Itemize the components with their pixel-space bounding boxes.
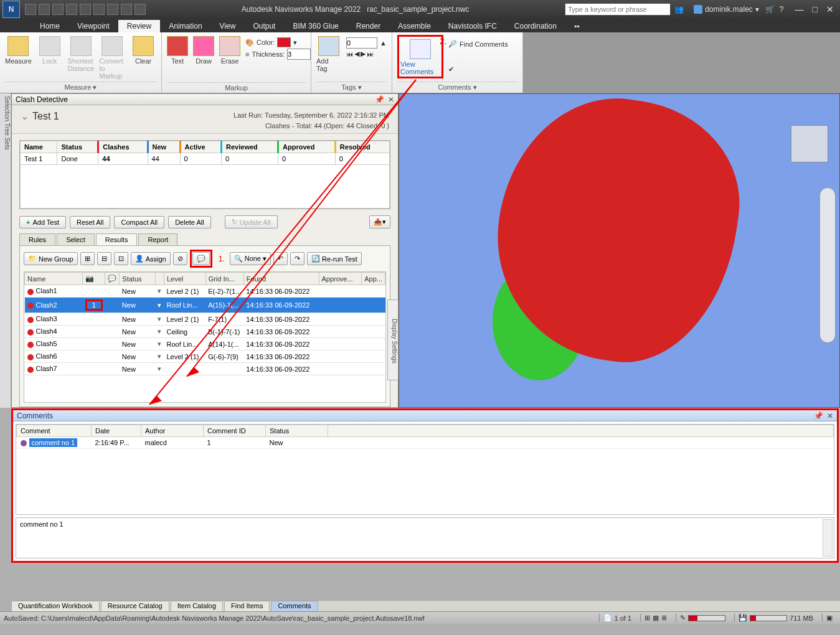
clash-row[interactable]: Clash5New▾Roof Lin...A(14)-1(...14:16:33… xyxy=(25,338,385,350)
text-button[interactable]: Text xyxy=(167,35,188,65)
convert-markup-button[interactable]: Convert to Markup xyxy=(99,35,125,80)
tab-navistools[interactable]: Navistools IFC xyxy=(440,20,506,32)
chevron-down-icon[interactable]: ⌄ xyxy=(21,110,29,122)
qat-new-icon[interactable] xyxy=(25,4,36,15)
help-icon[interactable]: ? xyxy=(780,5,784,14)
group-icon-3[interactable]: ⊡ xyxy=(114,252,128,265)
viewcube[interactable] xyxy=(791,125,828,162)
bottom-tab-resource[interactable]: Resource Catalog xyxy=(101,601,169,611)
3d-viewport[interactable] xyxy=(399,93,840,408)
comment-detail[interactable]: comment no 1 xyxy=(16,517,834,558)
qat-print-icon[interactable] xyxy=(66,4,77,15)
tab-viewpoint[interactable]: Viewpoint xyxy=(68,20,118,32)
reset-all-button[interactable]: Reset All xyxy=(70,216,110,228)
comments-table[interactable]: Comment Date Author Comment ID Status co… xyxy=(16,424,834,515)
status-layers-icon[interactable]: ≣ xyxy=(661,614,667,622)
group-icon-2[interactable]: ⊟ xyxy=(97,252,111,265)
qat-select-icon[interactable] xyxy=(121,4,132,15)
erase-button[interactable]: Erase xyxy=(219,35,240,65)
status-grid-icon[interactable]: ⊞ xyxy=(644,614,650,622)
comments-pin-icon[interactable]: 📌 xyxy=(814,412,823,420)
tab-render[interactable]: Render xyxy=(347,20,389,32)
unassign-icon[interactable]: ⊘ xyxy=(173,252,187,265)
spellcheck-icon[interactable]: ✔ xyxy=(448,65,454,73)
tab-review[interactable]: Review xyxy=(118,20,160,32)
redo-filter-icon[interactable]: ↷ xyxy=(290,252,304,265)
infocenter-icon[interactable]: 👥 xyxy=(674,5,684,14)
tab-overflow-icon[interactable]: ▪▪ xyxy=(565,20,588,32)
comments-close-icon[interactable]: ✕ xyxy=(827,412,833,420)
clash-row[interactable]: Clash1New▾Level 2 (1)E(-2)-7(1...14:16:3… xyxy=(25,285,385,298)
bottom-tab-find[interactable]: Find Items xyxy=(224,601,270,611)
tab-report[interactable]: Report xyxy=(138,233,177,245)
status-cube-icon[interactable]: ▦ xyxy=(653,614,659,622)
ribbon-group-measure-label[interactable]: Measure ▾ xyxy=(5,82,156,92)
search-input[interactable] xyxy=(565,3,671,16)
tab-select[interactable]: Select xyxy=(57,233,95,245)
assign-button[interactable]: 👤 Assign xyxy=(131,252,171,265)
chip-icon[interactable]: ▣ xyxy=(826,614,833,622)
summary-row[interactable]: Test 1Done 4444 00 00 xyxy=(21,153,390,165)
tab-bim360glue[interactable]: BIM 360 Glue xyxy=(284,20,347,32)
clash-row[interactable]: Clash6New▾Level 2 (1)G(-6)-7(9)14:16:33 … xyxy=(25,350,385,363)
minimize-button[interactable]: — xyxy=(795,4,804,14)
app-logo[interactable]: N xyxy=(2,1,20,18)
panel-pin-icon[interactable]: 📌 xyxy=(375,95,384,104)
qat-save-icon[interactable] xyxy=(52,4,64,15)
panel-close-icon[interactable]: ✕ xyxy=(388,95,394,104)
color-palette-icon[interactable]: 🎨 xyxy=(245,39,254,47)
update-all-button[interactable]: ↻ Update All xyxy=(225,215,278,228)
bottom-tab-item[interactable]: Item Catalog xyxy=(171,601,223,611)
ribbon-group-tags-label[interactable]: Tags ▾ xyxy=(316,82,387,92)
cart-icon[interactable]: 🛒 xyxy=(765,5,775,14)
tab-animation[interactable]: Animation xyxy=(160,20,210,32)
bottom-tab-quantification[interactable]: Quantification Workbook xyxy=(11,601,100,611)
lock-button[interactable]: Lock xyxy=(37,35,63,65)
disk-icon[interactable]: 💾 xyxy=(739,614,747,622)
detail-scrollbar[interactable] xyxy=(823,519,833,557)
display-settings-tab[interactable]: Display Settings xyxy=(387,299,399,380)
tag-next-icon[interactable]: ▶ xyxy=(361,50,366,58)
tab-coordination[interactable]: Coordination xyxy=(506,20,565,32)
tag-last-icon[interactable]: ⏭ xyxy=(367,50,374,58)
color-swatch[interactable] xyxy=(277,37,291,47)
undo-filter-icon[interactable]: ↶ xyxy=(273,252,288,265)
delete-all-button[interactable]: Delete All xyxy=(168,216,210,228)
tag-counter-input[interactable] xyxy=(346,37,377,49)
side-strip[interactable]: Selection Tree Sets xyxy=(0,93,11,408)
clash-row[interactable]: Clash3New▾Level 2 (1)F-7(1)14:16:33 06-0… xyxy=(25,313,385,326)
ribbon-group-comments-label[interactable]: Comments ▾ xyxy=(397,82,517,92)
tab-assemble[interactable]: Assemble xyxy=(389,20,440,32)
clash-row[interactable]: Clash7New▾14:16:33 06-09-2022 xyxy=(25,363,385,375)
tab-home[interactable]: Home xyxy=(31,20,68,32)
qat-refresh-icon[interactable] xyxy=(80,4,91,15)
tag-first-icon[interactable]: ⏮ xyxy=(346,50,353,58)
tag-prev-icon[interactable]: ◀ xyxy=(354,50,359,58)
qat-undo-icon[interactable] xyxy=(93,4,105,15)
tab-output[interactable]: Output xyxy=(244,20,284,32)
draw-button[interactable]: Draw xyxy=(193,35,214,65)
navigation-bar[interactable] xyxy=(819,187,836,343)
qat-redo-icon[interactable] xyxy=(107,4,118,15)
user-menu[interactable]: dominik.malec ▾ xyxy=(694,5,759,14)
view-comments-button[interactable]: View Comments xyxy=(400,38,440,75)
clash-row[interactable]: Clash21New▾Roof Lin...A(15)-1(...14:16:3… xyxy=(25,298,385,313)
qat-pointer-icon[interactable] xyxy=(134,4,146,15)
tag-step-up-icon[interactable]: ▲ xyxy=(380,39,387,47)
filter-button[interactable]: 🔍 None ▾ xyxy=(230,252,271,265)
pencil-icon[interactable]: ✎ xyxy=(680,614,686,622)
rerun-test-button[interactable]: 🔄 Re-run Test xyxy=(307,252,362,265)
shortest-distance-button[interactable]: Shortest Distance xyxy=(68,35,95,72)
new-group-button[interactable]: 📁 New Group xyxy=(24,252,78,265)
add-test-button[interactable]: +Add Test xyxy=(19,216,66,228)
maximize-button[interactable]: □ xyxy=(813,4,818,14)
tab-results[interactable]: Results xyxy=(96,233,138,245)
thickness-input[interactable] xyxy=(287,49,311,60)
compact-all-button[interactable]: Compact All xyxy=(114,216,164,228)
comment-row[interactable]: comment no 1 2:16:49 P... malecd 1 New xyxy=(17,437,834,449)
tab-view[interactable]: View xyxy=(211,20,245,32)
clear-button[interactable]: Clear xyxy=(130,35,156,65)
add-tag-button[interactable]: Add Tag xyxy=(316,35,341,72)
export-button[interactable]: 📤▾ xyxy=(369,215,390,228)
tab-rules[interactable]: Rules xyxy=(19,233,55,245)
